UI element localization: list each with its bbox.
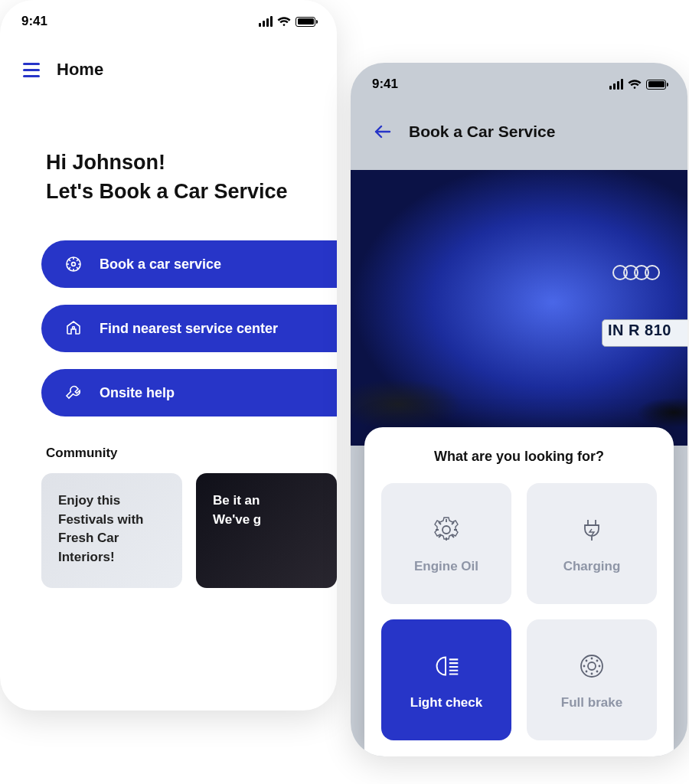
battery-icon [296,17,315,27]
option-label: Engine Oil [414,559,478,574]
svg-point-11 [596,671,599,673]
back-icon[interactable] [374,124,392,139]
greeting-line1: Hi Johnson! [46,149,291,178]
car-hero-image: IN R 810 [351,170,687,446]
find-center-label: Find nearest service center [100,321,278,337]
svg-point-7 [591,673,593,675]
cellular-icon [259,16,273,27]
cellular-icon [609,79,623,90]
svg-point-9 [599,665,601,668]
option-label: Charging [563,559,621,574]
community-card-secondary[interactable]: Be it an We've g [196,473,337,588]
greeting: Hi Johnson! Let's Book a Car Service [0,149,337,207]
wifi-icon [277,16,291,27]
service-sheet: What are you looking for? Engine Oil Cha… [364,427,674,756]
option-charging[interactable]: Charging [527,483,657,604]
headlight-icon [429,649,463,683]
community-heading: Community [46,446,118,461]
community-card-festivals[interactable]: Enjoy this Festivals with Fresh Car Inte… [41,473,182,588]
detail-title: Book a Car Service [409,122,555,141]
top-nav: Home [0,60,337,80]
community-cards: Enjoy this Festivals with Fresh Car Inte… [41,473,337,588]
onsite-help-button[interactable]: Onsite help [41,369,337,416]
phone-home: 9:41 Home Hi Johnson! Let's Book a Car S… [0,0,337,710]
book-service-label: Book a car service [100,256,221,273]
svg-point-3 [442,526,450,534]
sheet-title: What are you looking for? [381,449,657,465]
option-engine-oil[interactable]: Engine Oil [381,483,511,604]
book-service-button[interactable]: Book a car service [41,240,337,288]
onsite-help-label: Onsite help [100,385,175,401]
svg-point-5 [588,662,596,670]
location-icon [64,319,83,338]
greeting-line2: Let's Book a Car Service [46,178,291,207]
option-label: Light check [410,695,482,710]
svg-point-8 [583,665,586,668]
brake-disc-icon [575,649,609,683]
phone-book-service: 9:41 Book a Car Service IN R 810 What ar… [351,63,687,756]
status-bar: 9:41 [0,0,337,43]
svg-point-12 [586,671,588,673]
svg-point-10 [586,660,588,662]
svg-point-2 [73,327,75,329]
plug-icon [575,513,609,547]
status-time: 9:41 [21,14,47,29]
card-text-line1: Be it an [213,492,320,511]
option-full-brake[interactable]: Full brake [527,619,657,740]
detail-header: Book a Car Service [351,122,687,141]
card-text-line2: Fresh Car Interiors! [58,529,165,567]
svg-point-13 [596,660,599,662]
menu-icon[interactable] [23,63,40,77]
card-text-line1: Enjoy this Festivals with [58,492,165,529]
status-time: 9:41 [372,77,398,92]
option-label: Full brake [561,695,622,710]
car-icon [64,255,83,273]
card-text-line2: We've g [213,511,320,530]
svg-point-6 [591,658,593,660]
find-center-button[interactable]: Find nearest service center [41,305,337,352]
svg-point-1 [72,263,76,266]
page-title: Home [57,60,103,80]
wrench-icon [64,384,83,402]
status-indicators [609,79,666,90]
status-indicators [259,16,315,27]
option-light-check[interactable]: Light check [381,619,511,740]
brand-logo-icon [617,265,660,280]
gear-icon [429,513,463,547]
wifi-icon [628,79,642,90]
status-bar: 9:41 [351,63,687,106]
service-options-grid: Engine Oil Charging Light check Full bra… [381,483,657,740]
primary-actions: Book a car service Find nearest service … [41,240,337,416]
battery-icon [646,80,666,90]
license-plate: IN R 810 [608,322,687,339]
